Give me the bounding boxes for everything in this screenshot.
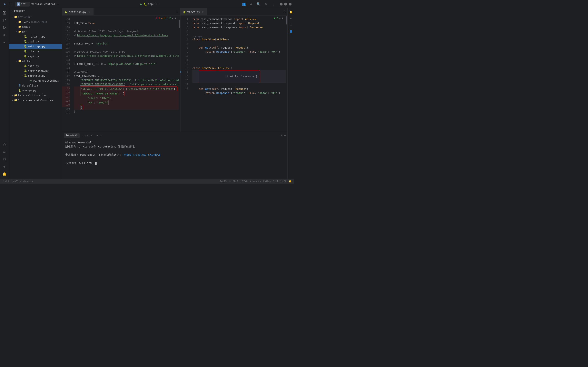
- local-tab[interactable]: Local ✕: [80, 133, 94, 138]
- sidebar-item-init[interactable]: ▶ 🐍 __init__.py: [9, 34, 62, 39]
- sidebar-item-utils[interactable]: ▾ 📁 utils: [9, 58, 62, 63]
- tree-label: db.sqlite3: [22, 84, 38, 87]
- tree-label: utils: [22, 59, 30, 63]
- sidebar-item-drf-sub[interactable]: ▾ 📁 drf: [9, 29, 62, 34]
- tree-suffix: library root: [31, 21, 47, 23]
- terminal-close-icon[interactable]: —: [284, 133, 286, 137]
- rs-bookmark-icon[interactable]: ☰: [288, 22, 294, 28]
- activity-debug-icon[interactable]: ◎: [1, 149, 8, 155]
- activity-git-icon[interactable]: [1, 17, 8, 24]
- code-line: # Default primary key field type: [74, 50, 179, 54]
- activity-notifications-icon[interactable]: 🔔: [1, 171, 8, 177]
- terminal-add-button[interactable]: +: [95, 134, 99, 137]
- tree-label: wsgi.py: [28, 55, 39, 58]
- code-line: [74, 66, 179, 70]
- local-close-icon[interactable]: ✕: [91, 134, 93, 137]
- translate-button[interactable]: ⇄: [249, 2, 254, 7]
- sidebar-item-db[interactable]: ▶ 🗄 db.sqlite3: [9, 83, 62, 88]
- minimize-button[interactable]: —: [280, 3, 282, 6]
- close-button[interactable]: ✕: [289, 3, 291, 6]
- ok-circle: ●: [274, 17, 275, 20]
- project-selector[interactable]: D drf ▾: [15, 2, 30, 7]
- status-notifications[interactable]: 🔔: [289, 180, 291, 183]
- status-python[interactable]: Python 3.11 (drf): [263, 180, 286, 183]
- left-scrollbar[interactable]: [179, 16, 180, 132]
- vcs-button[interactable]: Version control ▾: [31, 2, 58, 6]
- settings-tab[interactable]: 🐍 settings.py ✕: [62, 8, 94, 15]
- code-line: from rest_framework.views import APIView: [192, 17, 286, 21]
- right-scrollbar[interactable]: [286, 16, 288, 132]
- tree-label: urls.py: [28, 50, 39, 53]
- svg-point-5: [3, 21, 4, 22]
- ok-indicator: ● 2 ▲ ▼: [274, 17, 283, 20]
- hamburger-menu[interactable]: ☰: [9, 1, 13, 7]
- sidebar-item-settings[interactable]: ▶ 🐍 settings.py: [9, 44, 62, 49]
- activity-bar-bottom: ⬡ ◎ ⏱ ⊗ 🔔: [1, 141, 8, 177]
- rs-ai-icon[interactable]: ◈: [288, 16, 294, 21]
- sidebar-item-drf-root[interactable]: ▾ 📁 drf E:\drf: [9, 15, 62, 19]
- python-tab-icon: 🐍: [183, 11, 186, 13]
- folder-icon: 📁: [18, 20, 21, 24]
- maximize-button[interactable]: ☐: [284, 3, 287, 6]
- tab-more-actions[interactable]: ⋮: [281, 10, 288, 14]
- sidebar-item-auth[interactable]: ▶ 🐍 auth.py: [9, 63, 62, 68]
- search-button[interactable]: 🔍: [256, 2, 261, 7]
- run-config[interactable]: ▶ 🐛 app01 ⋯: [140, 2, 159, 6]
- sidebar-item-throttle[interactable]: ▾ 🐍 throttle.py: [9, 73, 62, 78]
- activity-run-icon[interactable]: [1, 25, 8, 31]
- sidebar-item-manage[interactable]: ▶ 🐍 manage.py: [9, 88, 62, 93]
- sidebar-item-app01[interactable]: ▶ 📁 app01: [9, 24, 62, 29]
- status-path[interactable]: app01 › views.py: [12, 180, 34, 183]
- tab-close-button[interactable]: ✕: [201, 10, 205, 14]
- sidebar-item-minethrottle[interactable]: ▶ ◎ MineThrottle(BaseThrottle): [9, 78, 62, 83]
- tab-close-button[interactable]: ✕: [88, 10, 91, 14]
- activity-more-icon[interactable]: ⋯: [1, 39, 8, 46]
- sidebar-item-wsgi[interactable]: ▶ 🐍 wsgi.py: [9, 54, 62, 58]
- status-charset[interactable]: UTF-8: [241, 180, 247, 183]
- collab-button[interactable]: 👥: [241, 2, 246, 7]
- activity-plugins-icon[interactable]: ⊞: [1, 32, 8, 38]
- right-code-content[interactable]: from rest_framework.views import APIView…: [191, 16, 286, 132]
- collapse-icon[interactable]: ▼: [175, 17, 176, 20]
- sidebar-item-scratches[interactable]: ▶ 📁 Scratches and Consoles: [9, 98, 62, 103]
- terminal-link[interactable]: https://aka.ms/PSWindows: [124, 153, 161, 156]
- arrow-icon: ▶: [11, 94, 14, 97]
- activity-profiler-icon[interactable]: ⏱: [1, 156, 8, 162]
- tree-label: permission.py: [28, 69, 49, 72]
- sidebar-item-urls[interactable]: ▶ 🐍 urls.py: [9, 49, 62, 54]
- collapse-icon[interactable]: ▼: [282, 17, 283, 20]
- expand-icon[interactable]: ▲: [279, 17, 281, 20]
- code-line: DEFAULT_AUTO_FIELD = 'django.db.models.B…: [74, 62, 179, 66]
- tree-label: Scratches and Consoles: [18, 99, 53, 102]
- app-logo: ◆: [2, 2, 7, 6]
- folder-icon: 📁: [14, 94, 17, 97]
- left-code-content[interactable]: USE_TZ = True # Static files (CSS, JavaS…: [72, 16, 179, 132]
- activity-problems-icon[interactable]: ⊗: [1, 163, 8, 170]
- activity-terminal-icon[interactable]: ⬡: [1, 141, 8, 148]
- more-button[interactable]: ⋮: [271, 2, 276, 7]
- sidebar-item-asgi[interactable]: ▶ 🐍 asgi.py: [9, 39, 62, 44]
- views-tab[interactable]: 🐍 views.py ✕: [180, 8, 207, 15]
- terminal-settings-icon[interactable]: ⚙: [281, 134, 282, 137]
- git-branch-icon: ⑂: [2, 180, 4, 183]
- sidebar-header[interactable]: ▾ Project: [9, 8, 62, 14]
- rs-user-icon[interactable]: 👤: [288, 29, 294, 34]
- sidebar-item-external[interactable]: ▶ 📁 External Libraries: [9, 93, 62, 98]
- status-branch[interactable]: ⑂ drf: [2, 180, 9, 183]
- tab-more-actions[interactable]: ⋮: [174, 10, 180, 14]
- settings-button[interactable]: ⚙: [263, 2, 268, 7]
- error-icon: ⊗: [156, 17, 157, 20]
- rs-notifications-icon[interactable]: 🔔: [288, 9, 294, 15]
- expand-icon[interactable]: ▲: [172, 17, 174, 20]
- code-line: [74, 58, 179, 62]
- tree-label: throttle.py: [28, 74, 45, 77]
- sidebar-item-permission[interactable]: ▶ 🐍 permission.py: [9, 68, 62, 73]
- status-indent[interactable]: 4 spaces: [250, 180, 261, 183]
- activity-project-icon[interactable]: [1, 10, 8, 16]
- terminal-tab[interactable]: Terminal: [64, 133, 80, 138]
- terminal-dropdown[interactable]: ▾: [100, 134, 102, 137]
- run-more: ⋯: [157, 2, 159, 6]
- status-line-ending[interactable]: CRLF: [233, 180, 239, 183]
- sidebar-item-venv[interactable]: ▶ 📁 .venv library root: [9, 19, 62, 24]
- right-line-numbers: 12345 678910 111213 14 15161718: [180, 16, 191, 132]
